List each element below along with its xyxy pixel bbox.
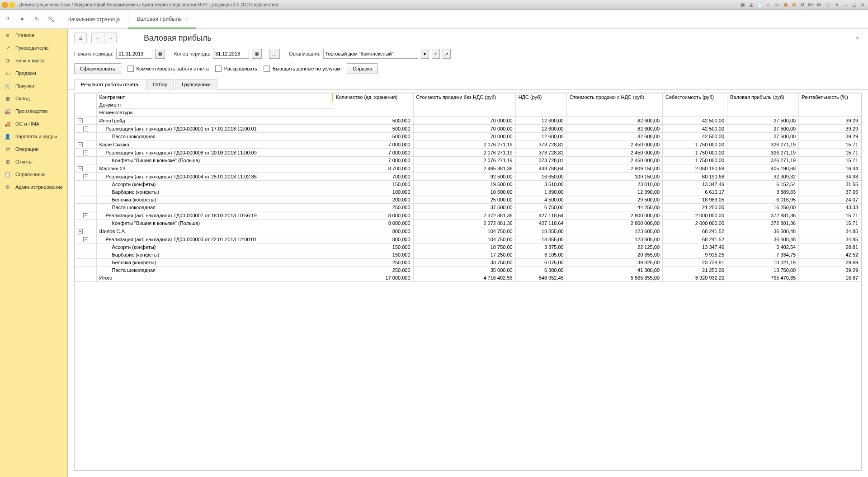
subtab[interactable]: Результат работы отчета [74,79,145,90]
back-button[interactable]: ← [91,33,104,43]
tab[interactable]: Валовая прибыль× [128,10,196,28]
sidebar-item[interactable]: ↗Руководителю [0,42,67,54]
sidebar-item[interactable]: ≡Главное [0,29,67,42]
table-row[interactable]: −Шилов С.А.800,000104 750,0018 855,00123… [75,227,861,235]
table-row[interactable]: Конфеты "Вишня в коньяке" (Польша)8 000,… [75,220,861,227]
report-area[interactable]: КонтрагентДокументНоменклатураКоличество… [74,93,862,471]
table-row[interactable]: −Реализация (акт, накладная) ТД00-000008… [75,149,861,157]
tb-icon[interactable]: ☆ [764,1,772,9]
tb-icon[interactable]: ▣ [782,1,789,9]
table-row[interactable]: Барбарис (конфеты)150,00017 250,003 105,… [75,251,861,259]
expander-icon[interactable]: − [83,150,88,155]
tb-icon[interactable]: ▤ [790,1,797,9]
help-button[interactable]: Справка [347,63,378,74]
table-row[interactable]: Паста шоколадная250,00035 000,006 300,00… [75,267,861,274]
expander-icon[interactable]: − [83,237,88,242]
cell-value: 27 500,00 [727,133,799,140]
row-label: Белочка (конфеты) [99,197,156,202]
expander-icon[interactable]: − [83,213,88,218]
org-open-button[interactable]: ↗ [443,49,451,59]
sidebar-item[interactable]: ⇄Операции [0,143,67,155]
start-date-picker-button[interactable]: ▦ [155,49,165,59]
cell-value: 500,000 [333,125,413,133]
m-minus-button[interactable]: M- [816,1,823,9]
sidebar-item[interactable]: ▥Отчеты [0,155,67,168]
table-row[interactable]: Белочка (конфеты)250,00033 750,006 075,0… [75,259,861,267]
tab[interactable]: Начальная страница [59,10,128,28]
org-dropdown-button[interactable]: ▾ [421,49,429,59]
sidebar-item[interactable]: ▦Склад [0,92,67,105]
dropdown-icon[interactable]: ▾ [833,1,840,9]
tb-icon[interactable]: 🗂 [773,1,780,9]
comment-checkbox[interactable] [127,65,134,72]
table-row[interactable]: −Магазин 238 700,0002 465 381,36443 768,… [75,164,861,173]
table-row[interactable]: −Реализация (акт, накладная) ТД00-000003… [75,235,861,243]
minimize-icon[interactable]: — [842,1,849,9]
cell-value: 34,85 [799,235,861,243]
cell-value: 39,29 [799,125,861,133]
sidebar-item[interactable]: 👤Зарплата и кадры [0,130,67,143]
sidebar-item[interactable]: ⚙Администрирование [0,181,67,193]
tb-icon[interactable]: 📄 [756,1,763,9]
table-row[interactable]: Паста шоколадная500,00070 000,0012 600,0… [75,133,861,140]
apps-icon[interactable]: ⠿ [4,15,12,23]
expander-icon[interactable]: − [78,229,83,234]
table-row[interactable]: −Кафе Сказка7 000,0002 076 271,19373 728… [75,140,861,149]
expander-icon[interactable]: − [78,142,83,147]
start-date-input[interactable] [116,49,152,59]
sidebar-item[interactable]: 🏷Продажи [0,67,67,80]
column-header: Рентабельность (%) [799,94,861,117]
search-icon[interactable]: 🔍 [47,15,55,23]
table-row[interactable]: −Реализация (акт, накладная) ТД00-000001… [75,125,861,133]
home-button[interactable]: ⌂ [74,33,87,43]
period-options-button[interactable]: … [269,49,280,59]
generate-button[interactable]: Сформировать [74,63,121,74]
close-page-button[interactable]: × [853,35,862,42]
expander-icon[interactable]: − [78,166,83,171]
forward-button[interactable]: → [104,33,117,43]
cell-value: 16 250,00 [727,204,799,211]
subtab[interactable]: Группировки [175,79,217,90]
m-plus-button[interactable]: M+ [807,1,815,9]
expander-icon[interactable]: − [78,118,83,123]
cell-value: 1 890,00 [515,188,566,196]
info-icon[interactable]: ⓘ [825,1,832,9]
maximize-icon[interactable]: ◻ [850,1,858,9]
expander-icon[interactable]: − [83,174,88,179]
table-row[interactable]: Барбарис (конфеты)100,00010 500,001 890,… [75,188,861,196]
tb-icon[interactable]: ▦ [739,1,746,9]
cell-value: 43,33 [799,204,861,211]
table-row[interactable]: Паста шоколадная250,00037 500,006 750,00… [75,204,861,211]
colorize-checkbox[interactable] [215,65,222,72]
tab-close-icon[interactable]: × [185,17,188,21]
end-date-picker-button[interactable]: ▦ [252,49,262,59]
sidebar-item[interactable]: 🏭Производство [0,105,67,117]
cell-value: 7 334,75 [727,251,799,259]
sidebar-item[interactable]: ◔Банк и касса [0,54,67,67]
org-clear-button[interactable]: × [432,49,440,59]
org-input[interactable] [323,49,418,59]
subtab[interactable]: Отбор [146,79,174,90]
close-icon[interactable]: ✕ [859,1,866,9]
table-row[interactable]: Конфеты "Вишня в коньяке" (Польша)7 000,… [75,157,861,164]
expander-icon[interactable]: − [83,126,88,131]
history-icon[interactable]: ↻ [33,15,41,23]
sidebar-item[interactable]: 🚚ОС и НМА [0,117,67,130]
window-title: Демонстрационная база / Абдулов Юрий Вла… [19,2,278,7]
cell-value: 250,000 [333,267,413,274]
sidebar-item[interactable]: 📋Справочники [0,168,67,181]
m-button[interactable]: M [799,1,806,9]
cell-value: 13 347,46 [663,181,727,188]
cell-value: 800,000 [333,235,413,243]
table-row[interactable]: −Реализация (акт, накладная) ТД00-000004… [75,173,861,181]
table-row[interactable]: −Реализация (акт, накладная) ТД00-000007… [75,211,861,220]
table-row[interactable]: Ассорти (конфеты)150,00019 500,003 510,0… [75,181,861,188]
table-row[interactable]: Белочка (конфеты)200,00025 000,004 500,0… [75,196,861,204]
by-service-checkbox[interactable] [264,65,270,72]
tb-icon[interactable]: 🖨 [747,1,755,9]
table-row[interactable]: −ИнноТрейд500,00070 000,0012 600,0082 60… [75,117,861,125]
star-icon[interactable]: ★ [18,15,26,23]
sidebar-item[interactable]: 🛒Покупки [0,80,67,92]
end-date-input[interactable] [213,49,249,59]
table-row[interactable]: Ассорти (конфеты)150,00018 750,003 375,0… [75,243,861,251]
